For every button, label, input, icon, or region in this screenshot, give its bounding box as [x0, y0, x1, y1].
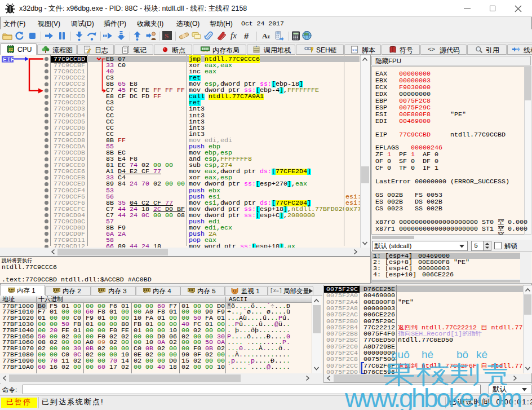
svg-text:EIP: EIP — [3, 56, 15, 64]
svg-text:32: 32 — [8, 47, 13, 51]
svg-text:<>: <> — [352, 47, 358, 52]
svg-text:<>: <> — [428, 46, 435, 52]
